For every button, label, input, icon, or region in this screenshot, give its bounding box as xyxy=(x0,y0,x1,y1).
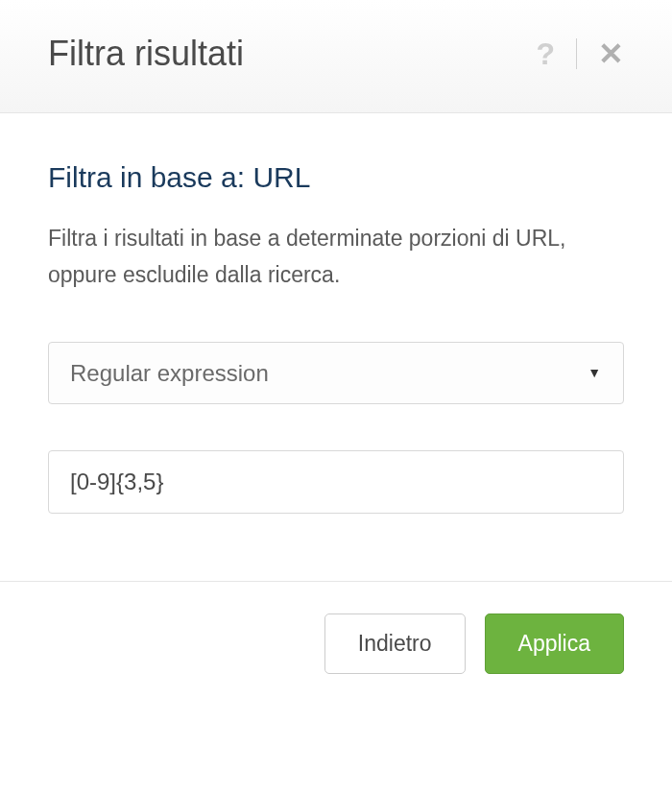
filter-subtitle: Filtra in base a: URL xyxy=(48,161,624,194)
filter-pattern-input[interactable] xyxy=(48,450,624,514)
header-actions: ? ✕ xyxy=(536,36,624,72)
apply-button[interactable]: Applica xyxy=(485,614,624,674)
back-button[interactable]: Indietro xyxy=(324,614,466,674)
close-icon[interactable]: ✕ xyxy=(598,38,624,69)
dialog-title: Filtra risultati xyxy=(48,34,244,74)
filter-type-select-wrapper: Regular expression ▼ xyxy=(48,342,624,404)
help-icon[interactable]: ? xyxy=(536,36,555,72)
dialog-header: Filtra risultati ? ✕ xyxy=(0,0,672,113)
dialog-footer: Indietro Applica xyxy=(0,581,672,706)
filter-description: Filtra i risultati in base a determinate… xyxy=(48,221,624,294)
divider xyxy=(576,38,577,69)
filter-type-select[interactable]: Regular expression xyxy=(48,342,624,404)
dialog-body: Filtra in base a: URL Filtra i risultati… xyxy=(0,113,672,552)
